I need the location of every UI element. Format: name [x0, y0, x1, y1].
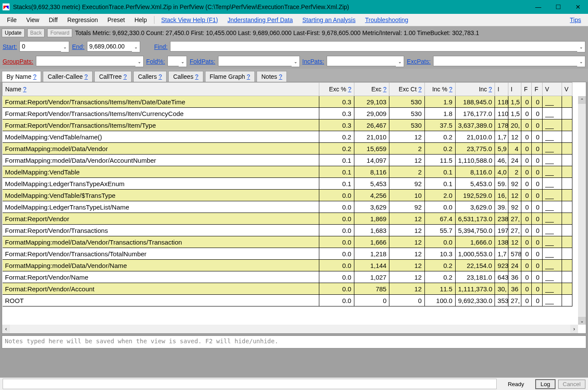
- menu-preset[interactable]: Preset: [103, 16, 129, 24]
- cell-exc-ct[interactable]: 2: [389, 166, 424, 178]
- table-row[interactable]: Format:Report/Vendor/Account0.07851211.5…: [3, 283, 572, 295]
- cell-i1[interactable]: 39.: [495, 201, 508, 213]
- cell-exc[interactable]: 3,629: [354, 201, 389, 213]
- notes-box[interactable]: Notes typed here will be saved when the …: [2, 335, 586, 348]
- cell-f1[interactable]: 0: [521, 155, 532, 166]
- cell-exc[interactable]: 29,103: [354, 96, 389, 108]
- foldpats-input[interactable]: [218, 56, 292, 66]
- cell-inc[interactable]: 1,110,588.0: [455, 155, 495, 166]
- table-row[interactable]: Format:Report/Vendor0.01,8691267.46,531,…: [3, 213, 572, 225]
- cell-exc[interactable]: 5,453: [354, 178, 389, 190]
- tab-notes[interactable]: Notes ?: [257, 71, 287, 82]
- cell-i1[interactable]: 138: [495, 236, 508, 248]
- excpats-input[interactable]: [433, 56, 577, 66]
- vertical-scrollbar[interactable]: ⌃ ⌄: [578, 96, 586, 325]
- cell-f2[interactable]: 0: [532, 236, 542, 248]
- cell-exc-pct[interactable]: 0.0: [319, 283, 354, 295]
- end-dropdown-icon[interactable]: ⌄: [132, 41, 140, 52]
- cell-inc[interactable]: 5,394,750.0: [455, 225, 495, 236]
- cell-i1[interactable]: 197: [495, 225, 508, 236]
- col-i1[interactable]: I: [495, 83, 508, 96]
- tab-callers[interactable]: Callers ?: [133, 71, 167, 82]
- menu-regression[interactable]: Regression: [63, 16, 102, 24]
- cell-exc-ct[interactable]: 530: [389, 119, 424, 131]
- cell-inc-pct[interactable]: 0.2: [424, 131, 455, 143]
- cell-exc[interactable]: 26,467: [354, 119, 389, 131]
- cell-name[interactable]: ModelMapping:VendTable/name(): [3, 131, 319, 143]
- cell-inc[interactable]: 23,181.0: [455, 271, 495, 283]
- col-inc-pct[interactable]: Inc % ?: [424, 83, 455, 96]
- excpats-dropdown-icon[interactable]: ⌄: [577, 56, 585, 67]
- table-row[interactable]: Format:Report/Vendor/Name0.01,027120.223…: [3, 271, 572, 283]
- cell-exc-pct[interactable]: 0.0: [319, 190, 354, 201]
- cell-f1[interactable]: 0: [521, 248, 532, 260]
- cell-name[interactable]: ModelMapping:VendTable/$TransType: [3, 190, 319, 201]
- table-row[interactable]: ModelMapping:LedgerTransTypeAxEnum0.15,4…: [3, 178, 572, 190]
- cell-inc-pct[interactable]: 0.1: [424, 178, 455, 190]
- table-row[interactable]: FormatMapping:model/Data/Vendor/Name0.01…: [3, 260, 572, 271]
- cell-name[interactable]: Format:Report/Vendor/Transactions: [3, 225, 319, 236]
- foldpct-dropdown-icon[interactable]: ⌄: [179, 56, 187, 67]
- cell-exc[interactable]: 8,116: [354, 166, 389, 178]
- cell-exc[interactable]: 1,144: [354, 260, 389, 271]
- cell-exc-ct[interactable]: 12: [389, 236, 424, 248]
- cell-inc-pct[interactable]: 37.5: [424, 119, 455, 131]
- cell-inc-pct[interactable]: 55.7: [424, 225, 455, 236]
- cell-i2[interactable]: 20,: [508, 119, 521, 131]
- col-i2[interactable]: I: [508, 83, 521, 96]
- cell-exc[interactable]: 21,010: [354, 131, 389, 143]
- forward-button[interactable]: Forward: [47, 29, 72, 37]
- cell-i2[interactable]: 1,5: [508, 108, 521, 119]
- tab-by-name[interactable]: By Name ?: [2, 71, 41, 82]
- cell-inc[interactable]: 176,177.0: [455, 108, 495, 119]
- cell-i2[interactable]: 1,5: [508, 96, 521, 108]
- table-row[interactable]: Format:Report/Vendor/Transactions/Items/…: [3, 108, 572, 119]
- cell-i2[interactable]: 12: [508, 190, 521, 201]
- cell-f2[interactable]: 0: [532, 248, 542, 260]
- table-row[interactable]: ModelMapping:LedgerTransTypeList/Name0.0…: [3, 201, 572, 213]
- cell-exc[interactable]: 1,869: [354, 213, 389, 225]
- menu-diff[interactable]: Diff: [45, 16, 62, 24]
- cell-inc[interactable]: 3,637,389.0: [455, 119, 495, 131]
- link-starting-analysis[interactable]: Starting an Analysis: [298, 16, 360, 24]
- cell-f2[interactable]: 0: [532, 201, 542, 213]
- cell-inc[interactable]: 21,010.0: [455, 131, 495, 143]
- cell-exc-ct[interactable]: 12: [389, 271, 424, 283]
- incpats-input[interactable]: [327, 56, 396, 66]
- cell-name[interactable]: FormatMapping:model/Data/Vendor/Name: [3, 260, 319, 271]
- cell-exc-ct[interactable]: 12: [389, 131, 424, 143]
- col-f2[interactable]: F: [532, 83, 542, 96]
- cell-exc-pct[interactable]: 0.1: [319, 155, 354, 166]
- find-dropdown-icon[interactable]: ⌄: [577, 41, 585, 52]
- cell-name[interactable]: Format:Report/Vendor: [3, 213, 319, 225]
- start-dropdown-icon[interactable]: ⌄: [61, 41, 69, 52]
- cell-inc-pct[interactable]: 10.3: [424, 248, 455, 260]
- cell-f2[interactable]: 0: [532, 190, 542, 201]
- cell-exc-ct[interactable]: 12: [389, 248, 424, 260]
- cell-inc[interactable]: 3,629.0: [455, 201, 495, 213]
- tab-caller-callee[interactable]: Caller-Callee ?: [43, 71, 93, 82]
- cell-i2[interactable]: 4: [508, 143, 521, 155]
- cell-name[interactable]: Format:Report/Vendor/Transactions/Items/…: [3, 119, 319, 131]
- tab-callees[interactable]: Callees ?: [168, 71, 203, 82]
- cell-exc[interactable]: 1,027: [354, 271, 389, 283]
- log-button[interactable]: Log: [535, 379, 555, 389]
- cell-i1[interactable]: 5,9: [495, 143, 508, 155]
- cell-f2[interactable]: 0: [532, 166, 542, 178]
- table-row[interactable]: Format:Report/Vendor/Transactions0.01,68…: [3, 225, 572, 236]
- cell-i1[interactable]: 1,7: [495, 131, 508, 143]
- cell-f1[interactable]: 0: [521, 131, 532, 143]
- cell-f2[interactable]: 0: [532, 178, 542, 190]
- cell-exc-pct[interactable]: 0.1: [319, 178, 354, 190]
- cell-f1[interactable]: 0: [521, 213, 532, 225]
- cell-f2[interactable]: 0: [532, 225, 542, 236]
- col-exc-pct[interactable]: Exc % ?: [319, 83, 354, 96]
- col-v1[interactable]: V: [542, 83, 562, 96]
- update-button[interactable]: Update: [2, 29, 25, 37]
- cell-name[interactable]: Format:Report/Vendor/Transactions/Items/…: [3, 108, 319, 119]
- cell-exc-ct[interactable]: 12: [389, 155, 424, 166]
- grouppats-label[interactable]: GroupPats:: [3, 58, 33, 65]
- cell-i2[interactable]: 24: [508, 155, 521, 166]
- cell-inc[interactable]: 22,154.0: [455, 260, 495, 271]
- cell-exc-ct[interactable]: 12: [389, 213, 424, 225]
